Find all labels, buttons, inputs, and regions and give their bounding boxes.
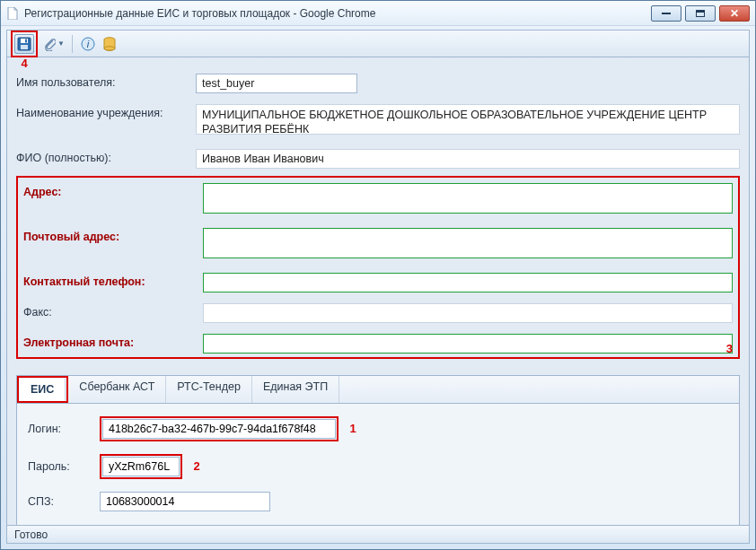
- app-window: Регистрационные данные ЕИС и торговых пл…: [0, 0, 756, 550]
- info-icon: i: [81, 37, 95, 51]
- address-row: Адрес:: [23, 183, 733, 217]
- password-row: Пароль: 2: [28, 454, 728, 479]
- annotation-box-tab: ЕИС: [17, 376, 68, 403]
- tab-sberbank-ast[interactable]: Сбербанк АСТ: [68, 376, 166, 403]
- minimize-button[interactable]: [651, 5, 681, 22]
- postal-row: Почтовый адрес:: [23, 228, 733, 262]
- address-input[interactable]: [203, 183, 733, 214]
- save-button[interactable]: [14, 34, 34, 54]
- svg-rect-2: [21, 45, 28, 49]
- fax-label: Факс:: [23, 303, 203, 319]
- svg-rect-3: [25, 39, 27, 42]
- chevron-down-icon: ▼: [57, 39, 65, 48]
- client-area: 4 ▼ i: [6, 30, 750, 544]
- tab-body-eis: Логин: 1 Пароль: 2: [17, 404, 739, 537]
- annotation-box-1: [100, 416, 338, 441]
- login-input[interactable]: [102, 419, 336, 439]
- database-icon: [103, 37, 116, 51]
- close-button[interactable]: ✕: [719, 5, 750, 22]
- postal-input[interactable]: [203, 228, 733, 258]
- annotation-box-4: 4: [11, 31, 38, 57]
- attach-button[interactable]: ▼: [43, 37, 65, 51]
- tab-edinaya-etp[interactable]: Единая ЭТП: [252, 376, 339, 403]
- statusbar: Готово: [7, 525, 749, 543]
- titlebar: Регистрационные данные ЕИС и торговых пл…: [1, 1, 755, 26]
- phone-label: Контактный телефон:: [23, 273, 203, 288]
- fax-input[interactable]: [203, 303, 733, 323]
- toolbar: 4 ▼ i: [7, 31, 749, 57]
- paperclip-icon: [43, 37, 56, 51]
- window-title: Регистрационные данные ЕИС и торговых пл…: [24, 7, 651, 20]
- tab-eis[interactable]: ЕИС: [20, 379, 66, 401]
- required-fields-block: Адрес: Почтовый адрес: Контактный телефо…: [16, 176, 740, 359]
- page-icon: [6, 7, 19, 20]
- tab-rts-tender[interactable]: РТС-Тендер: [166, 376, 252, 403]
- fullname-row: ФИО (полностью):: [16, 149, 740, 169]
- phone-row: Контактный телефон:: [23, 273, 733, 292]
- email-row: Электронная почта:: [23, 334, 733, 354]
- email-label: Электронная почта:: [23, 334, 203, 349]
- org-row: Наименование учреждения: МУНИЦИПАЛЬНОЕ Б…: [16, 104, 740, 138]
- email-input[interactable]: [203, 334, 733, 354]
- username-row: Имя пользователя:: [16, 74, 740, 93]
- maximize-button[interactable]: [685, 5, 716, 22]
- fullname-input[interactable]: [196, 149, 740, 169]
- fax-row: Факс:: [23, 303, 733, 323]
- toolbar-divider: [72, 35, 73, 53]
- annotation-label-3: 3: [726, 342, 733, 355]
- login-label: Логин:: [28, 423, 100, 435]
- password-input[interactable]: [102, 457, 180, 476]
- postal-label: Почтовый адрес:: [23, 228, 203, 243]
- window-buttons: ✕: [651, 5, 750, 22]
- spz-row: СПЗ:: [28, 492, 728, 511]
- org-input[interactable]: МУНИЦИПАЛЬНОЕ БЮДЖЕТНОЕ ДОШКОЛЬНОЕ ОБРАЗ…: [196, 104, 740, 135]
- form-area: Имя пользователя: Наименование учреждени…: [7, 57, 749, 366]
- spz-label: СПЗ:: [28, 495, 100, 508]
- fullname-label: ФИО (полностью):: [16, 149, 196, 164]
- platform-tabs: ЕИС Сбербанк АСТ РТС-Тендер Единая ЭТП Л…: [16, 375, 740, 533]
- annotation-box-2: [100, 454, 182, 479]
- username-label: Имя пользователя:: [16, 74, 196, 89]
- database-button[interactable]: [101, 36, 118, 52]
- address-label: Адрес:: [23, 183, 203, 198]
- spz-input[interactable]: [100, 492, 270, 511]
- floppy-icon: [17, 37, 31, 51]
- login-row: Логин: 1: [28, 416, 728, 441]
- annotation-label-2: 2: [193, 459, 199, 473]
- annotation-label-1: 1: [349, 422, 356, 435]
- password-label: Пароль:: [28, 460, 100, 473]
- info-button[interactable]: i: [80, 36, 96, 52]
- org-label: Наименование учреждения:: [16, 104, 196, 119]
- status-text: Готово: [14, 528, 48, 541]
- username-input[interactable]: [196, 74, 357, 93]
- phone-input[interactable]: [203, 273, 733, 292]
- tabstrip: ЕИС Сбербанк АСТ РТС-Тендер Единая ЭТП: [17, 376, 739, 404]
